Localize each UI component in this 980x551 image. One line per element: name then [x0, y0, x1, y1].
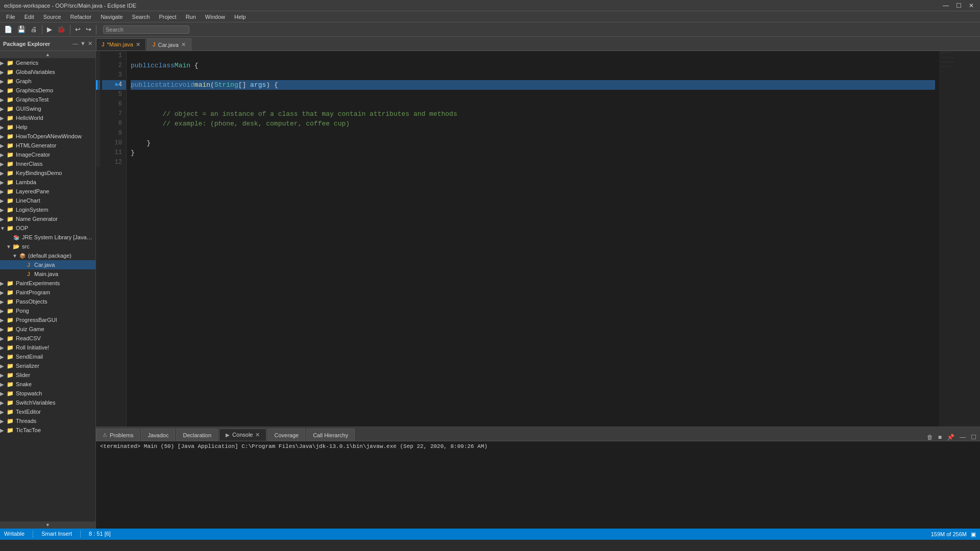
menu-item-navigate[interactable]: Navigate	[96, 13, 127, 21]
sidebar-item-texteditor[interactable]: ▶ 📁 TextEditor	[0, 407, 95, 416]
code-line-10[interactable]: }	[131, 138, 935, 148]
menu-item-help[interactable]: Help	[230, 13, 250, 21]
menu-item-source[interactable]: Source	[39, 13, 65, 21]
sidebar-item-switchvariables[interactable]: ▶ 📁 SwitchVariables	[0, 398, 95, 407]
toolbar-run[interactable]: ▶	[45, 24, 54, 34]
toolbar-save[interactable]: 💾	[15, 24, 28, 34]
sidebar-item-generics[interactable]: ▶ 📁 Generics	[0, 58, 95, 67]
sidebar-item-htmlgenerator[interactable]: ▶ 📁 HTMLGenerator	[0, 141, 95, 150]
sidebar-item-keybindingsdemo[interactable]: ▶ 📁 KeyBindingsDemo	[0, 168, 95, 178]
code-editor[interactable]: 123●456789101112 public class Main { pub…	[96, 51, 980, 427]
console-maximize-icon[interactable]: ☐	[969, 434, 978, 441]
tab-close-icon[interactable]: ✕	[136, 41, 140, 48]
sidebar-item-layeredpane[interactable]: ▶ 📁 LayeredPane	[0, 187, 95, 196]
sidebar-item--default-package-[interactable]: ▼ 📦 (default package)	[0, 251, 95, 260]
code-line-4[interactable]: public static void main(String[] args) {	[131, 80, 935, 90]
sidebar-item-jre-system-library--java-[interactable]: 📚 JRE System Library [Java…	[0, 233, 95, 242]
sidebar-item-car-java[interactable]: J Car.java	[0, 260, 95, 269]
bottom-tab-declaration[interactable]: Declaration	[176, 429, 218, 441]
menu-item-file[interactable]: File	[2, 13, 19, 21]
sidebar-item-loginsystem[interactable]: ▶ 📁 LoginSystem	[0, 205, 95, 214]
sidebar-item-tictactoe[interactable]: ▶ 📁 TicTacToe	[0, 425, 95, 435]
sidebar-item-imagecreator[interactable]: ▶ 📁 ImageCreator	[0, 150, 95, 159]
code-line-1[interactable]	[131, 51, 935, 61]
sidebar-item-sendemail[interactable]: ▶ 📁 SendEmail	[0, 352, 95, 361]
bottom-tab-javadoc[interactable]: Javadoc	[141, 429, 175, 441]
sidebar-menu-icon[interactable]: ▼	[80, 40, 86, 47]
bottom-tab-call-hierarchy[interactable]: Call Hierarchy	[306, 429, 355, 441]
sidebar-item-name-generator[interactable]: ▶ 📁 Name Generator	[0, 214, 95, 223]
sidebar-item-linechart[interactable]: ▶ 📁 LineChart	[0, 196, 95, 205]
sidebar-item-graph[interactable]: ▶ 📁 Graph	[0, 77, 95, 86]
sidebar-item-howtoopenanewwindow[interactable]: ▶ 📁 HowToOpenANewWindow	[0, 132, 95, 141]
console-pin-icon[interactable]: 📌	[945, 434, 956, 441]
close-button[interactable]: ✕	[967, 2, 976, 9]
tab-close-icon[interactable]: ✕	[181, 41, 186, 48]
sidebar-item-roll-initiative-[interactable]: ▶ 📁 Roll Initiative!	[0, 343, 95, 352]
sidebar-close-icon[interactable]: ✕	[88, 40, 92, 47]
toolbar-new[interactable]: 📄	[2, 24, 14, 34]
menu-item-refactor[interactable]: Refactor	[66, 13, 96, 21]
minimize-button[interactable]: —	[941, 2, 951, 9]
sidebar-item-src[interactable]: ▼ 📂 src	[0, 242, 95, 251]
console-clear-icon[interactable]: 🗑	[925, 434, 935, 441]
sidebar-item-serializer[interactable]: ▶ 📁 Serializer	[0, 361, 95, 370]
sidebar-item-stopwatch[interactable]: ▶ 📁 Stopwatch	[0, 389, 95, 398]
editor-tab-Car-java[interactable]: J Car.java ✕	[147, 38, 191, 51]
bottom-tab-console[interactable]: ▶Console✕	[219, 429, 266, 441]
sidebar-item-help[interactable]: ▶ 📁 Help	[0, 122, 95, 132]
menu-item-run[interactable]: Run	[182, 13, 200, 21]
sidebar-item-helloworld[interactable]: ▶ 📁 HelloWorld	[0, 113, 95, 122]
sidebar-item-graphicstest[interactable]: ▶ 📁 GraphicsTest	[0, 95, 95, 104]
console-minimize-icon[interactable]: —	[958, 434, 967, 441]
sidebar-item-graphicsdemo[interactable]: ▶ 📁 GraphicsDemo	[0, 86, 95, 95]
sidebar-item-paintexperiments[interactable]: ▶ 📁 PaintExperiments	[0, 279, 95, 288]
sidebar-item-paintprogram[interactable]: ▶ 📁 PaintProgram	[0, 288, 95, 297]
sidebar-collapse-icon[interactable]: —	[72, 40, 78, 47]
toolbar-debug[interactable]: 🐞	[55, 24, 67, 34]
menu-item-search[interactable]: Search	[128, 13, 154, 21]
sidebar-scroll-down[interactable]: ▼	[0, 521, 95, 529]
code-content[interactable]: public class Main { public static void m…	[127, 51, 939, 427]
status-memory-icon[interactable]: ▣	[971, 531, 976, 538]
search-input[interactable]	[126, 27, 187, 33]
sidebar-item-globalvariables[interactable]: ▶ 📁 GlobalVariables	[0, 67, 95, 77]
toolbar-undo[interactable]: ↩	[73, 24, 83, 34]
sidebar-item-progressbargui[interactable]: ▶ 📁 ProgressBarGUI	[0, 315, 95, 324]
toolbar-redo[interactable]: ↪	[84, 24, 93, 34]
code-line-2[interactable]: public class Main {	[131, 61, 935, 70]
code-line-8[interactable]: // example: (phone, desk, computer, coff…	[131, 119, 935, 129]
code-line-3[interactable]	[131, 70, 935, 80]
code-line-5[interactable]	[131, 90, 935, 99]
sidebar-item-snake[interactable]: ▶ 📁 Snake	[0, 380, 95, 389]
code-line-6[interactable]	[131, 99, 935, 109]
menu-item-edit[interactable]: Edit	[20, 13, 38, 21]
code-line-9[interactable]	[131, 129, 935, 138]
console-terminate-icon[interactable]: ■	[937, 434, 943, 441]
sidebar-item-innerclass[interactable]: ▶ 📁 InnerClass	[0, 159, 95, 168]
sidebar-item-readcsv[interactable]: ▶ 📁 ReadCSV	[0, 334, 95, 343]
sidebar-item-threads[interactable]: ▶ 📁 Threads	[0, 416, 95, 425]
tree-label: ImageCreator	[16, 152, 50, 158]
editor-tab--Main-java[interactable]: J *Main.java ✕	[96, 38, 146, 51]
menu-item-project[interactable]: Project	[155, 13, 180, 21]
code-line-7[interactable]: // object = an instance of a class that …	[131, 109, 935, 119]
sidebar-item-guiswing[interactable]: ▶ 📁 GUISwing	[0, 104, 95, 113]
tree-label: Lambda	[16, 179, 36, 185]
sidebar-item-pong[interactable]: ▶ 📁 Pong	[0, 306, 95, 315]
sidebar-item-passobjects[interactable]: ▶ 📁 PassObjects	[0, 297, 95, 306]
code-line-11[interactable]: }	[131, 148, 935, 158]
sidebar-item-lambda[interactable]: ▶ 📁 Lambda	[0, 178, 95, 187]
code-line-12[interactable]	[131, 158, 935, 167]
bottom-tab-close[interactable]: ✕	[255, 432, 260, 438]
bottom-tab-problems[interactable]: ⚠Problems	[96, 429, 140, 441]
sidebar-item-slider[interactable]: ▶ 📁 Slider	[0, 370, 95, 380]
sidebar-item-oop[interactable]: ▼ 📁 OOP	[0, 223, 95, 233]
maximize-button[interactable]: ☐	[954, 2, 964, 9]
sidebar-item-quiz-game[interactable]: ▶ 📁 Quiz Game	[0, 324, 95, 334]
menu-item-window[interactable]: Window	[201, 13, 229, 21]
sidebar-item-main-java[interactable]: J Main.java	[0, 269, 95, 279]
toolbar-print[interactable]: 🖨	[29, 24, 39, 34]
sidebar-scroll-up[interactable]: ▲	[0, 51, 95, 58]
bottom-tab-coverage[interactable]: Coverage	[267, 429, 305, 441]
